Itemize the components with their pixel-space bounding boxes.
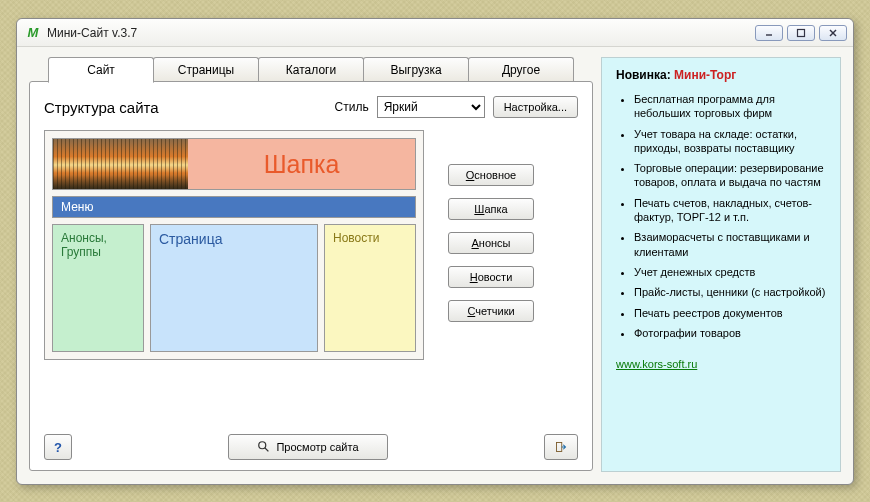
- btn-announcements[interactable]: Анонсы: [448, 232, 534, 254]
- info-item: Фотографии товаров: [634, 326, 828, 340]
- preview-col-page: Страница: [150, 224, 318, 352]
- info-novelty-product: Мини-Торг: [674, 68, 736, 82]
- tab-bar: Сайт Страницы Каталоги Выгрузка Другое: [29, 57, 593, 82]
- help-button[interactable]: ?: [44, 434, 72, 460]
- svg-point-4: [259, 442, 266, 449]
- tab-site[interactable]: Сайт: [48, 57, 154, 83]
- tab-catalogs[interactable]: Каталоги: [258, 57, 364, 81]
- btn-main-rest: сновное: [474, 169, 516, 181]
- info-novelty-label: Новинка:: [616, 68, 674, 82]
- btn-announcements-rest: нонсы: [479, 237, 511, 249]
- info-heading: Новинка: Мини-Торг: [616, 68, 828, 82]
- preview-site-button[interactable]: Просмотр сайта: [228, 434, 388, 460]
- panel-heading: Структура сайта: [44, 99, 327, 116]
- tab-pages[interactable]: Страницы: [153, 57, 259, 81]
- preview-header: Шапка: [52, 138, 416, 190]
- info-item: Печать счетов, накладных, счетов-фактур,…: [634, 196, 828, 225]
- btn-counters-rest: четчики: [475, 305, 514, 317]
- info-panel: Новинка: Мини-Торг Бесплатная программа …: [601, 57, 841, 472]
- info-item: Взаиморасчеты с поставщиками и клиентами: [634, 230, 828, 259]
- info-item: Печать реестров документов: [634, 306, 828, 320]
- tab-other[interactable]: Другое: [468, 57, 574, 81]
- btn-news-rest: овости: [478, 271, 513, 283]
- info-link[interactable]: www.kors-soft.ru: [616, 358, 697, 370]
- svg-rect-1: [798, 29, 805, 36]
- preview-col-announcements: Анонсы, Группы: [52, 224, 144, 352]
- app-icon: M: [25, 25, 41, 41]
- exit-button[interactable]: [544, 434, 578, 460]
- info-item: Учет товара на складе: остатки, приходы,…: [634, 127, 828, 156]
- minimize-button[interactable]: [755, 25, 783, 41]
- info-item: Бесплатная программа для небольших торго…: [634, 92, 828, 121]
- titlebar: M Мини-Сайт v.3.7: [17, 19, 853, 47]
- section-buttons: Основное Шапка Анонсы Новости Счетчики: [448, 130, 534, 360]
- btn-main[interactable]: Основное: [448, 164, 534, 186]
- main-panel: Структура сайта Стиль Яркий Настройка...…: [29, 81, 593, 471]
- settings-button[interactable]: Настройка...: [493, 96, 578, 118]
- tab-export[interactable]: Выгрузка: [363, 57, 469, 81]
- preview-col-news: Новости: [324, 224, 416, 352]
- exit-icon: [555, 440, 567, 454]
- btn-news[interactable]: Новости: [448, 266, 534, 288]
- header-title: Шапка: [188, 139, 415, 189]
- svg-rect-6: [557, 443, 562, 452]
- info-list: Бесплатная программа для небольших торго…: [616, 92, 828, 340]
- app-window: M Мини-Сайт v.3.7 Сайт Страницы Каталоги…: [16, 18, 854, 485]
- preview-site-label: Просмотр сайта: [276, 441, 358, 453]
- btn-header-rest: апка: [484, 203, 507, 215]
- style-select[interactable]: Яркий: [377, 96, 485, 118]
- info-item: Учет денежных средств: [634, 265, 828, 279]
- info-item: Прайс-листы, ценники (с настройкой): [634, 285, 828, 299]
- btn-counters[interactable]: Счетчики: [448, 300, 534, 322]
- site-structure-preview: Шапка Меню Анонсы, Группы Страница Новос…: [44, 130, 424, 360]
- magnifier-icon: [257, 440, 271, 454]
- maximize-button[interactable]: [787, 25, 815, 41]
- style-label: Стиль: [335, 100, 369, 114]
- info-item: Торговые операции: резервирование товаро…: [634, 161, 828, 190]
- btn-header[interactable]: Шапка: [448, 198, 534, 220]
- window-controls: [755, 25, 847, 41]
- window-title: Мини-Сайт v.3.7: [47, 26, 755, 40]
- close-button[interactable]: [819, 25, 847, 41]
- svg-line-5: [265, 448, 269, 452]
- header-image: [53, 139, 188, 189]
- preview-menu: Меню: [52, 196, 416, 218]
